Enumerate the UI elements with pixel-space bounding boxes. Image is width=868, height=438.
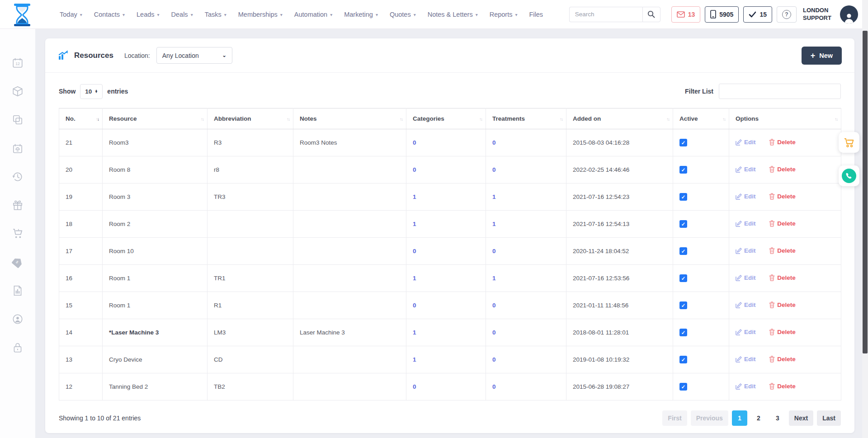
nav-item[interactable]: Memberships ▾ <box>238 11 283 18</box>
pagination-page[interactable]: 3 <box>770 410 785 426</box>
scrollbar-thumb[interactable] <box>863 31 868 353</box>
app-logo-hourglass-icon[interactable] <box>12 4 33 28</box>
search-button[interactable] <box>642 7 660 22</box>
categories-link[interactable]: 0 <box>413 302 416 309</box>
treatments-link[interactable]: 1 <box>492 193 496 200</box>
column-header[interactable]: Resource ↑↓ <box>103 108 208 129</box>
active-checkbox[interactable] <box>679 383 687 391</box>
treatments-link[interactable]: 0 <box>492 302 496 309</box>
edit-button[interactable]: Edit <box>736 220 756 227</box>
messages-badge[interactable]: 13 <box>671 6 701 23</box>
delete-button[interactable]: Delete <box>769 193 796 200</box>
nav-item[interactable]: Deals ▾ <box>171 11 193 18</box>
edit-button[interactable]: Edit <box>736 383 756 390</box>
column-header[interactable]: Options ↑↓ <box>729 108 841 129</box>
nav-item[interactable]: Quotes ▾ <box>390 11 416 18</box>
categories-link[interactable]: 0 <box>413 166 416 173</box>
duplicates-icon[interactable] <box>12 114 24 126</box>
treatments-link[interactable]: 0 <box>492 329 496 336</box>
pagination-next[interactable]: Next <box>789 410 813 426</box>
delete-button[interactable]: Delete <box>769 220 796 227</box>
pagination-previous[interactable]: Previous <box>691 410 728 426</box>
active-checkbox[interactable] <box>679 166 687 174</box>
delete-button[interactable]: Delete <box>769 301 796 308</box>
delete-button[interactable]: Delete <box>769 247 796 254</box>
nav-item[interactable]: Notes & Letters ▾ <box>428 11 478 18</box>
entries-per-page-select[interactable]: 10 ▲▼ <box>80 84 103 99</box>
delete-button[interactable]: Delete <box>769 329 796 335</box>
pagination-last[interactable]: Last <box>817 410 841 426</box>
nav-item[interactable]: Leads ▾ <box>137 11 160 18</box>
products-icon[interactable] <box>12 85 24 97</box>
reports-icon[interactable] <box>12 285 24 297</box>
delete-button[interactable]: Delete <box>769 166 796 173</box>
active-checkbox[interactable] <box>679 247 687 255</box>
treatments-link[interactable]: 1 <box>492 221 496 227</box>
search-input[interactable] <box>569 7 642 22</box>
active-checkbox[interactable] <box>679 329 687 336</box>
edit-button[interactable]: Edit <box>736 329 756 335</box>
treatments-link[interactable]: 0 <box>492 248 496 254</box>
location-select[interactable]: Any Location ⌄ <box>156 47 232 64</box>
page-scrollbar[interactable] <box>862 0 868 438</box>
delete-button[interactable]: Delete <box>769 356 796 363</box>
delete-button[interactable]: Delete <box>769 383 796 390</box>
column-header[interactable]: Added on ↑↓ <box>566 108 673 129</box>
pagination-first[interactable]: First <box>662 410 687 426</box>
nav-item[interactable]: Reports ▾ <box>490 11 518 18</box>
history-icon[interactable] <box>12 171 24 183</box>
categories-link[interactable]: 1 <box>413 275 416 282</box>
help-badge[interactable]: ? <box>777 6 797 23</box>
column-header[interactable]: Treatments ↑↓ <box>486 108 566 129</box>
call-fab-button[interactable] <box>839 165 859 186</box>
edit-button[interactable]: Edit <box>736 301 756 308</box>
new-button[interactable]: + New <box>802 47 842 65</box>
treatments-link[interactable]: 1 <box>492 275 496 282</box>
edit-button[interactable]: Edit <box>736 166 756 173</box>
column-header[interactable]: Categories ↑↓ <box>406 108 486 129</box>
active-checkbox[interactable] <box>679 356 687 363</box>
column-header[interactable]: No. ↑↓ <box>59 108 103 129</box>
categories-link[interactable]: 1 <box>413 221 416 227</box>
nav-item[interactable]: Files <box>529 11 543 18</box>
treatments-link[interactable]: 0 <box>492 139 496 146</box>
edit-button[interactable]: Edit <box>736 139 756 146</box>
account-icon[interactable] <box>12 313 24 325</box>
edit-button[interactable]: Edit <box>736 193 756 200</box>
active-checkbox[interactable] <box>679 139 687 146</box>
pagination-page[interactable]: 1 <box>732 410 747 426</box>
calls-badge[interactable]: 5905 <box>705 6 739 23</box>
column-header[interactable]: Abbreviation ↑↓ <box>208 108 293 129</box>
user-avatar[interactable] <box>840 5 858 24</box>
edit-button[interactable]: Edit <box>736 356 756 363</box>
edit-button[interactable]: Edit <box>736 247 756 254</box>
price-tag-icon[interactable]: $ <box>12 256 24 268</box>
nav-item[interactable]: Automation ▾ <box>294 11 332 18</box>
active-checkbox[interactable] <box>679 274 687 282</box>
nav-item[interactable]: Contacts ▾ <box>94 11 125 18</box>
pagination-page[interactable]: 2 <box>751 410 766 426</box>
nav-item[interactable]: Tasks ▾ <box>205 11 226 18</box>
cart-fab-button[interactable] <box>839 132 859 153</box>
cart-icon[interactable] <box>12 228 24 240</box>
categories-link[interactable]: 0 <box>413 383 416 390</box>
nav-item[interactable]: Today ▾ <box>60 11 82 18</box>
delete-button[interactable]: Delete <box>769 274 796 281</box>
filter-input[interactable] <box>719 84 841 99</box>
tasks-badge[interactable]: 15 <box>743 6 772 23</box>
lock-icon[interactable] <box>12 342 24 353</box>
delete-button[interactable]: Delete <box>769 139 796 146</box>
categories-link[interactable]: 1 <box>413 329 416 336</box>
treatments-link[interactable]: 0 <box>492 383 496 390</box>
column-header[interactable]: Active ↑↓ <box>673 108 729 129</box>
gifts-icon[interactable] <box>12 199 24 211</box>
categories-link[interactable]: 0 <box>413 248 416 254</box>
calendar-icon[interactable]: 12 <box>12 57 24 69</box>
treatments-link[interactable]: 0 <box>492 166 496 173</box>
categories-link[interactable]: 1 <box>413 193 416 200</box>
categories-link[interactable]: 1 <box>413 356 416 363</box>
nav-item[interactable]: Marketing ▾ <box>344 11 378 18</box>
treatments-link[interactable]: 0 <box>492 356 496 363</box>
active-checkbox[interactable] <box>679 193 687 201</box>
edit-button[interactable]: Edit <box>736 274 756 281</box>
